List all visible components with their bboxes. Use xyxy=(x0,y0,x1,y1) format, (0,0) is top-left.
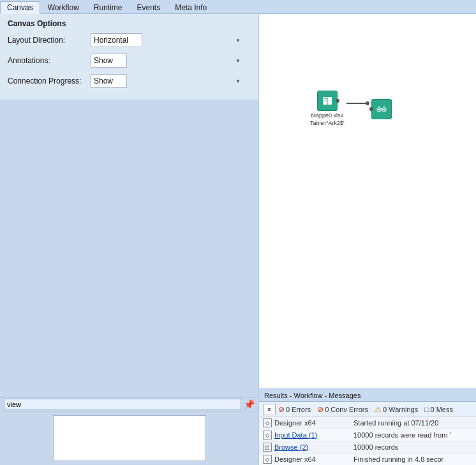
messages-status: □ 0 Mess xyxy=(424,405,453,414)
row-message-2: 10000 records were read from ' xyxy=(353,431,472,439)
svg-rect-6 xyxy=(380,108,383,110)
tab-workflow[interactable]: Workflow xyxy=(41,1,86,13)
layout-direction-wrapper: Horizontal Vertical xyxy=(91,33,244,47)
browse-icon xyxy=(375,103,388,115)
tab-meta-info[interactable]: Meta Info xyxy=(168,1,214,13)
layout-direction-select[interactable]: Horizontal Vertical xyxy=(91,33,142,47)
warnings-status: ⚠ 0 Warnings xyxy=(375,405,418,414)
connection-progress-wrapper: Show Hide xyxy=(91,74,244,88)
row-icon-4: ◇ xyxy=(263,455,272,464)
result-row-4: ◇ Designer x64 Finished running in 4.8 s… xyxy=(259,454,476,465)
pin-button[interactable]: 📌 xyxy=(244,399,255,410)
input-node-label: Mappe0.xlsx Table='Ark2$' xyxy=(310,112,345,127)
row-name-4: Designer x64 xyxy=(274,455,351,463)
output-port xyxy=(336,99,339,103)
left-lower-panel xyxy=(0,100,258,397)
row-name-3[interactable]: Browse (2) xyxy=(274,443,351,451)
errors-status: ⊘ 0 Errors xyxy=(278,405,311,414)
right-panel: Mappe0.xlsx Table='Ark2$' xyxy=(259,14,476,465)
connector-arrow xyxy=(366,101,369,105)
annotations-wrapper: Show Hide xyxy=(91,54,244,68)
row-icon-1: ◇ xyxy=(263,418,272,427)
tab-canvas[interactable]: Canvas xyxy=(0,1,40,14)
left-split-bar: view 📌 xyxy=(0,397,258,411)
result-row-1: ◇ Designer x64 Started running at 07/11/… xyxy=(259,417,476,429)
connection-progress-label: Connection Progress: xyxy=(8,77,91,85)
row-message-1: Started running at 07/11/20 xyxy=(353,419,472,427)
result-row-2: ◇ Input Data (1) 10000 records were read… xyxy=(259,429,476,441)
annotations-row: Annotations: Show Hide xyxy=(8,54,251,68)
canvas-options-section: Canvas Options Layout Direction: Horizon… xyxy=(0,14,258,100)
warning-icon: ⚠ xyxy=(375,405,382,414)
results-panel: Results - Workflow - Messages ≡ ⊘ 0 Erro… xyxy=(259,388,476,465)
list-view-button[interactable]: ≡ xyxy=(263,404,276,415)
row-name-1: Designer x64 xyxy=(274,419,351,427)
layout-direction-label: Layout Direction: xyxy=(8,36,91,45)
conv-error-icon: ⊘ xyxy=(317,405,324,414)
results-table: ◇ Designer x64 Started running at 07/11/… xyxy=(259,417,476,465)
input-node[interactable]: Mappe0.xlsx Table='Ark2$' xyxy=(310,91,345,127)
tab-runtime[interactable]: Runtime xyxy=(87,1,130,13)
results-toolbar: ≡ ⊘ 0 Errors ⊘ 0 Conv Errors ⚠ 0 Warning… xyxy=(259,402,476,417)
connector-line xyxy=(346,103,366,104)
input-node-icon xyxy=(317,91,338,111)
layout-direction-row: Layout Direction: Horizontal Vertical xyxy=(8,33,251,47)
left-panel: Canvas Options Layout Direction: Horizon… xyxy=(0,14,259,465)
main-area: Canvas Options Layout Direction: Horizon… xyxy=(0,14,476,465)
error-icon: ⊘ xyxy=(278,405,285,414)
book-icon xyxy=(321,94,334,107)
row-message-4: Finished running in 4.8 secor xyxy=(353,455,472,463)
row-icon-2: ◇ xyxy=(263,431,272,439)
tab-events[interactable]: Events xyxy=(130,1,168,13)
message-icon: □ xyxy=(424,405,429,414)
result-row-3: ◫ Browse (2) 10000 records xyxy=(259,441,476,454)
node-connector xyxy=(346,101,369,105)
workflow-node-container: Mappe0.xlsx Table='Ark2$' xyxy=(310,91,392,127)
mini-preview-area xyxy=(0,411,258,465)
top-tab-bar: Canvas Workflow Runtime Events Meta Info xyxy=(0,0,476,14)
view-dropdown[interactable]: view xyxy=(4,399,241,410)
conv-errors-status: ⊘ 0 Conv Errors xyxy=(317,405,368,414)
canvas-options-title: Canvas Options xyxy=(8,19,251,28)
connection-progress-row: Connection Progress: Show Hide xyxy=(8,74,251,88)
browse-node[interactable] xyxy=(371,99,392,119)
mini-canvas-preview xyxy=(53,415,206,461)
annotations-select[interactable]: Show Hide xyxy=(91,54,127,68)
annotations-label: Annotations: xyxy=(8,56,91,65)
canvas-area[interactable]: Mappe0.xlsx Table='Ark2$' xyxy=(259,14,476,388)
row-icon-3: ◫ xyxy=(263,443,272,452)
input-port xyxy=(369,107,373,111)
browse-node-icon xyxy=(371,99,392,119)
results-header: Results - Workflow - Messages xyxy=(259,389,476,402)
connection-progress-select[interactable]: Show Hide xyxy=(91,74,127,88)
row-message-3: 10000 records xyxy=(353,443,472,451)
row-name-2[interactable]: Input Data (1) xyxy=(274,431,351,439)
